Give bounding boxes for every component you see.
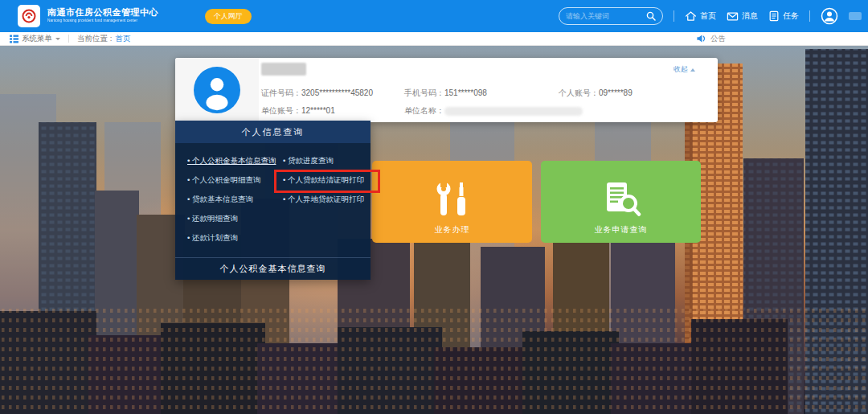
user-name-redacted [261, 63, 306, 76]
breadcrumb-home-link[interactable]: 首页 [115, 34, 130, 44]
business-handling-card[interactable]: 业务办理 [372, 161, 532, 243]
header-actions: 首页 消息 任务 [559, 0, 862, 32]
location-label: 当前位置 : [77, 34, 112, 44]
user-avatar-large-icon [194, 67, 240, 113]
provident-fund-emblem-icon [21, 8, 37, 24]
nav-home[interactable]: 首页 [685, 10, 716, 22]
field-label: 个人账号： [559, 88, 599, 97]
nav-message-label: 消息 [742, 10, 758, 22]
menu-item-loan-settlement-cert-print[interactable]: 个人贷款结清证明打印 [283, 170, 371, 190]
divider [68, 35, 69, 43]
unit-name-redacted [444, 107, 583, 116]
nav-task-label: 任务 [783, 10, 799, 22]
search-box[interactable] [559, 7, 663, 25]
task-icon [768, 10, 780, 22]
brand-text: 南通市住房公积金管理中心 Nantong housing provident f… [47, 8, 198, 25]
site-logo [18, 5, 40, 27]
avatar-zone [175, 58, 259, 122]
user-avatar-icon[interactable] [821, 7, 838, 25]
nav-message[interactable]: 消息 [727, 10, 758, 22]
field-id-number: 证件号码：3205**********45820 [261, 88, 373, 99]
nav-task[interactable]: 任务 [768, 10, 799, 22]
menu-item-remote-loan-cert-print[interactable]: 个人异地贷款证明打印 [283, 190, 371, 209]
field-phone-number: 手机号码：151*****098 [404, 88, 487, 99]
menu-column-left: 个人公积金基本信息查询 个人公积金明细查询 贷款基本信息查询 还款明细查询 还款… [187, 151, 283, 248]
personal-info-dropdown: 个人信息查询 个人公积金基本信息查询 个人公积金明细查询 贷款基本信息查询 还款… [175, 121, 371, 280]
menu-column-right: 贷款进度查询 个人贷款结清证明打印 个人异地贷款证明打印 [283, 151, 371, 248]
field-label: 单位账号： [261, 106, 301, 115]
field-unit-account: 单位账号：12*****01 [261, 105, 335, 117]
dropdown-footer-link[interactable]: 个人公积金基本信息查询 [175, 257, 371, 280]
search-icon[interactable] [646, 11, 656, 21]
top-header-bar: 南通市住房公积金管理中心 Nantong housing provident f… [0, 0, 868, 32]
site-title: 南通市住房公积金管理中心 [47, 8, 198, 17]
collapse-label: 收起 [674, 64, 688, 75]
collapse-button[interactable]: 收起 [674, 64, 695, 75]
announcement-link[interactable]: 公告 [696, 32, 726, 45]
business-application-query-card[interactable]: 业务申请查询 [541, 161, 701, 243]
speaker-icon [696, 34, 706, 43]
field-value: 151*****098 [444, 88, 487, 97]
main-content: 收起 证件号码：3205**********45820 手机号码：151****… [0, 46, 868, 414]
field-value: 3205**********45820 [301, 88, 373, 97]
dropdown-title: 个人信息查询 [175, 121, 371, 143]
chevron-up-icon [690, 68, 695, 72]
business-handling-label: 业务办理 [435, 224, 470, 236]
menu-item-fund-basic-info-query[interactable]: 个人公积金基本信息查询 [187, 151, 283, 170]
chevron-down-icon [55, 38, 60, 40]
menu-item-repayment-detail-query[interactable]: 还款明细查询 [187, 209, 283, 228]
announcement-label: 公告 [710, 34, 726, 44]
search-input[interactable] [566, 12, 646, 20]
document-search-icon [601, 179, 641, 219]
field-unit-name: 单位名称： [404, 105, 583, 117]
menu-item-loan-progress-query[interactable]: 贷款进度查询 [283, 151, 371, 170]
menu-grid-icon [10, 35, 18, 43]
user-info-card: 收起 证件号码：3205**********45820 手机号码：151****… [175, 58, 718, 122]
tools-icon [432, 179, 473, 219]
field-value: 09*****89 [599, 88, 633, 97]
nav-home-label: 首页 [700, 10, 716, 22]
dropdown-menu: 个人公积金基本信息查询 个人公积金明细查询 贷款基本信息查询 还款明细查询 还款… [175, 143, 371, 248]
message-icon [727, 11, 739, 22]
field-value: 12*****01 [301, 106, 335, 115]
breadcrumb-bar: 系统菜单 当前位置 : 首页 公告 [0, 32, 868, 46]
breadcrumb: 当前位置 : 首页 [77, 34, 130, 44]
divider [674, 10, 674, 22]
field-label: 单位名称： [404, 106, 444, 115]
business-application-query-label: 业务申请查询 [595, 224, 648, 236]
field-label: 手机号码： [404, 88, 444, 97]
site-subtitle: Nantong housing provident fund managemen… [47, 18, 137, 23]
system-menu-button[interactable]: 系统菜单 [10, 34, 60, 44]
brand-area: 南通市住房公积金管理中心 Nantong housing provident f… [0, 5, 252, 27]
divider [809, 10, 810, 22]
username-redacted [849, 12, 862, 20]
menu-item-repayment-plan-query[interactable]: 还款计划查询 [187, 228, 283, 248]
home-icon [685, 10, 697, 22]
personal-hall-badge: 个人网厅 [205, 9, 252, 24]
menu-item-fund-detail-query[interactable]: 个人公积金明细查询 [187, 170, 283, 190]
field-label: 证件号码： [261, 88, 301, 97]
field-personal-account: 个人账号：09*****89 [559, 88, 633, 99]
system-menu-label: 系统菜单 [22, 34, 52, 44]
menu-item-loan-basic-info-query[interactable]: 贷款基本信息查询 [187, 190, 283, 209]
